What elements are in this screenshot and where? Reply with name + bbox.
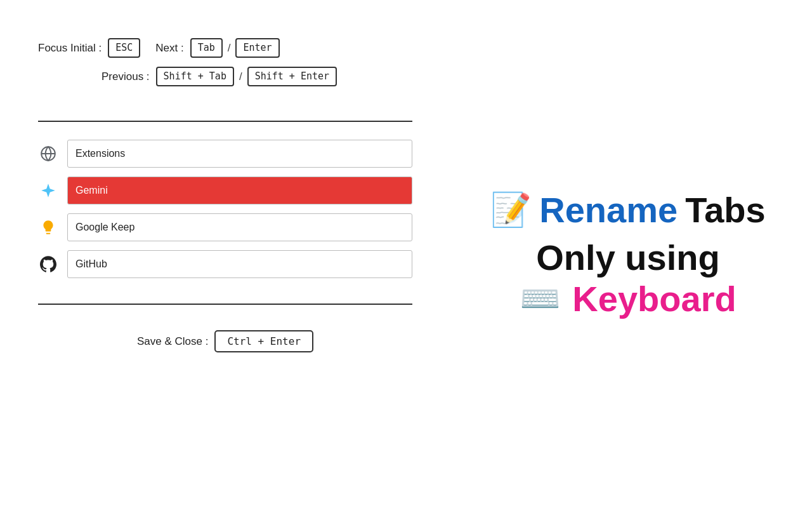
previous-label: Previous : [102, 70, 150, 83]
github-input[interactable] [67, 250, 412, 278]
shortcuts-section: Focus Initial : ESC Next : Tab / Enter P… [38, 38, 412, 95]
tabs-text: Tabs [685, 189, 766, 231]
focus-initial-row: Focus Initial : ESC Next : Tab / Enter [38, 38, 412, 58]
slash2: / [239, 70, 242, 83]
shift-tab-key: Shift + Tab [156, 67, 234, 86]
extensions-icon [38, 144, 58, 164]
previous-row: Previous : Shift + Tab / Shift + Enter [38, 67, 412, 86]
keyboard-text: Keyboard [572, 278, 736, 319]
extensions-input[interactable] [67, 140, 412, 168]
svg-marker-2 [41, 184, 55, 197]
table-row [38, 177, 412, 204]
next-label: Next : [155, 42, 183, 55]
slash1: / [228, 42, 231, 55]
save-close-label: Save & Close : [137, 335, 208, 348]
github-icon [38, 254, 58, 274]
save-close-row: Save & Close : Ctrl + Enter [38, 330, 412, 352]
ctrl-enter-key: Ctrl + Enter [214, 330, 313, 352]
right-panel: 📝 Rename Tabs Only using ⌨️ Keyboard [444, 0, 812, 508]
tabs-list [38, 140, 412, 278]
bottom-divider [38, 304, 412, 305]
left-panel: Focus Initial : ESC Next : Tab / Enter P… [0, 0, 444, 508]
pencil-emoji: 📝 [490, 190, 532, 229]
table-row [38, 250, 412, 278]
enter-key: Enter [235, 38, 279, 58]
top-divider [38, 121, 412, 122]
keyboard-line: ⌨️ Keyboard [520, 278, 736, 319]
gemini-input[interactable] [67, 177, 412, 204]
tab-key: Tab [190, 38, 223, 58]
keep-icon [38, 217, 58, 237]
title-line1: 📝 Rename Tabs [490, 189, 765, 231]
keep-input[interactable] [67, 213, 412, 241]
rename-text: Rename [539, 189, 678, 231]
keyboard-emoji: ⌨️ [520, 279, 561, 318]
table-row [38, 213, 412, 241]
focus-initial-label: Focus Initial : [38, 42, 102, 55]
shift-enter-key: Shift + Enter [247, 67, 337, 86]
table-row [38, 140, 412, 168]
gemini-icon [38, 180, 58, 201]
only-using-container: Only using [536, 237, 719, 278]
only-using-text: Only using [536, 237, 719, 277]
esc-key: ESC [108, 38, 140, 58]
